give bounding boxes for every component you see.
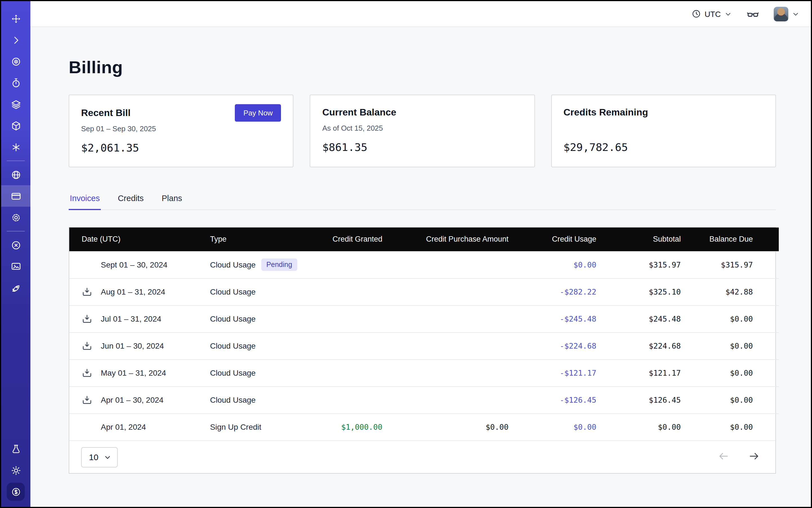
- balance-due: $0.00: [681, 305, 779, 332]
- recent-bill-title: Recent Bill: [81, 107, 131, 119]
- credit-granted: [299, 386, 382, 413]
- subtotal: $224.68: [596, 332, 681, 359]
- glasses-icon: [747, 8, 759, 20]
- download-invoice-icon[interactable]: [82, 340, 92, 351]
- invoices-table: Date (UTC) Type Credit Granted Credit Pu…: [69, 227, 776, 474]
- credits-pill: [7, 483, 25, 501]
- balance-due: $42.88: [681, 278, 779, 305]
- chevron-down-icon: [724, 10, 732, 18]
- billing-page: Billing Recent Bill Pay Now Sep 01 – Sep…: [31, 27, 811, 507]
- col-type: Type: [210, 227, 299, 251]
- recent-bill-period: Sep 01 – Sep 30, 2025: [81, 124, 281, 134]
- sidebar-item-billing[interactable]: [1, 185, 31, 207]
- sidebar-divider: [7, 231, 25, 231]
- credit-card-icon: [10, 190, 21, 201]
- prev-page-button[interactable]: [718, 450, 729, 464]
- clock-icon: [691, 9, 701, 18]
- table-row: Apr 01 – 30, 2024 Cloud Usage -$126.45 $…: [69, 386, 779, 413]
- download-slot: [82, 313, 94, 324]
- sidebar-item-display[interactable]: [1, 256, 31, 277]
- avatar: [774, 6, 788, 21]
- table-header-row: Date (UTC) Type Credit Granted Credit Pu…: [69, 227, 779, 251]
- pay-now-button[interactable]: Pay Now: [235, 104, 281, 122]
- credit-usage: -$121.17: [509, 359, 596, 386]
- balance-due: $0.00: [681, 332, 779, 359]
- compass-logo-icon: [10, 13, 21, 24]
- credit-usage: -$282.22: [509, 278, 596, 305]
- download-slot: [82, 340, 94, 351]
- download-slot: [82, 394, 94, 405]
- subtotal: $126.45: [596, 386, 681, 413]
- col-credit-purchase: Credit Purchase Amount: [382, 227, 509, 251]
- download-invoice-icon[interactable]: [82, 313, 92, 324]
- credit-usage: -$224.68: [509, 332, 596, 359]
- sidebar-item-deploy[interactable]: [1, 277, 31, 298]
- table-row: Jul 01 – 31, 2024 Cloud Usage -$245.48 $…: [69, 305, 779, 332]
- sidebar-item-cube[interactable]: [1, 115, 31, 136]
- recent-bill-amount: $2,061.35: [81, 141, 281, 154]
- sidebar-item-radar[interactable]: [1, 51, 31, 72]
- account-menu[interactable]: [774, 6, 800, 21]
- balance-due: $0.00: [681, 386, 779, 413]
- invoice-type: Cloud Usage: [210, 341, 256, 350]
- flask-icon: [10, 443, 21, 454]
- tab-credits[interactable]: Credits: [117, 189, 145, 210]
- cube-icon: [10, 120, 21, 131]
- table-row: May 01 – 31, 2024 Cloud Usage -$121.17 $…: [69, 359, 779, 386]
- chevron-down-icon: [792, 10, 800, 18]
- sidebar-item-settings[interactable]: [1, 207, 31, 228]
- table-row: Apr 01, 2024 Sign Up Credit $1,000.00 $0…: [69, 413, 779, 440]
- sidebar-logo[interactable]: [1, 8, 31, 29]
- credit-purchase-amount: [382, 278, 509, 305]
- current-balance-card: Current Balance As of Oct 15, 2025 $861.…: [310, 95, 535, 167]
- credit-purchase-amount: [382, 359, 509, 386]
- table-footer: 10: [69, 440, 775, 473]
- timer-icon: [10, 77, 21, 88]
- invoice-date: Apr 01 – 30, 2024: [101, 395, 164, 405]
- credit-purchase-amount: [382, 251, 509, 278]
- credits-remaining-card: Credits Remaining $29,782.65: [551, 95, 776, 167]
- col-balance-due: Balance Due: [681, 227, 779, 251]
- sidebar-item-asterisk[interactable]: [1, 136, 31, 158]
- timezone-label: UTC: [704, 9, 721, 18]
- invoice-type: Sign Up Credit: [210, 423, 261, 432]
- sidebar-item-theme[interactable]: [1, 460, 31, 481]
- credit-purchase-amount: $0.00: [382, 413, 509, 440]
- billing-tabs: Invoices Credits Plans: [69, 189, 776, 210]
- circle-x-icon: [10, 240, 21, 250]
- sidebar-divider: [7, 161, 25, 161]
- sidebar-item-layers[interactable]: [1, 93, 31, 115]
- timezone-selector[interactable]: UTC: [691, 9, 732, 18]
- sidebar-item-network[interactable]: [1, 164, 31, 185]
- table-row: Aug 01 – 31, 2024 Cloud Usage -$282.22 $…: [69, 278, 779, 305]
- sidebar-item-expand[interactable]: [1, 29, 31, 51]
- sidebar-item-timer[interactable]: [1, 72, 31, 93]
- download-invoice-icon[interactable]: [82, 394, 92, 405]
- next-page-button[interactable]: [749, 450, 760, 464]
- invoice-type: Cloud Usage: [210, 260, 256, 269]
- invoice-type: Cloud Usage: [210, 395, 256, 405]
- rocket-icon: [10, 283, 21, 293]
- page-size-select[interactable]: 10: [81, 447, 117, 467]
- current-balance-amount: $861.35: [323, 141, 522, 153]
- credit-purchase-amount: [382, 332, 509, 359]
- glasses-button[interactable]: [747, 8, 759, 20]
- sidebar-item-credits[interactable]: [1, 481, 31, 502]
- current-balance-title: Current Balance: [323, 107, 396, 118]
- invoice-type: Cloud Usage: [210, 368, 256, 377]
- tab-plans[interactable]: Plans: [161, 189, 183, 210]
- download-slot: [82, 368, 94, 378]
- gear-icon: [10, 212, 21, 223]
- tab-invoices[interactable]: Invoices: [69, 189, 101, 210]
- sidebar-item-labs[interactable]: [1, 438, 31, 460]
- invoice-date: Apr 01, 2024: [101, 423, 146, 432]
- download-invoice-icon[interactable]: [82, 286, 92, 297]
- summary-cards: Recent Bill Pay Now Sep 01 – Sep 30, 202…: [69, 95, 776, 167]
- table-row: Jun 01 – 30, 2024 Cloud Usage -$224.68 $…: [69, 332, 779, 359]
- radar-icon: [10, 56, 21, 67]
- credit-usage: $0.00: [509, 251, 596, 278]
- credit-granted: [299, 278, 382, 305]
- sidebar-item-cancel[interactable]: [1, 234, 31, 256]
- download-invoice-icon[interactable]: [82, 368, 92, 378]
- invoice-date: Sept 01 – 30, 2024: [101, 260, 168, 269]
